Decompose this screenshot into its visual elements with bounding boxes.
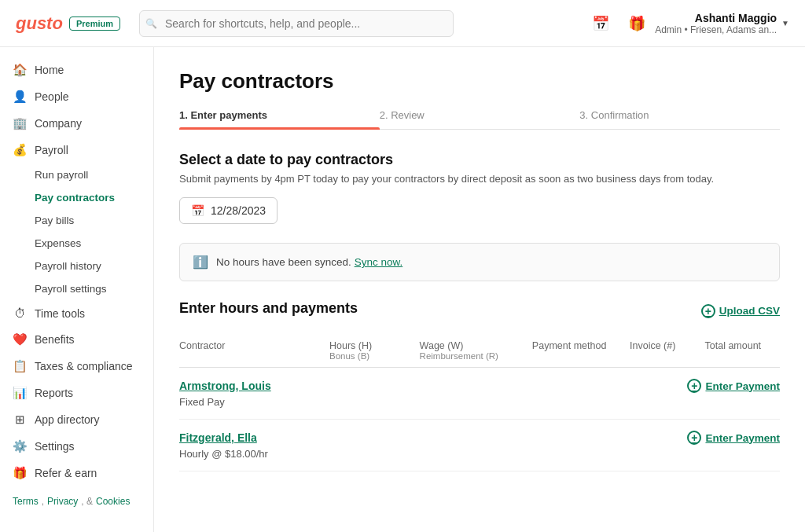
col-wage: Wage (W) — [420, 340, 532, 351]
sidebar-item-home[interactable]: 🏠 Home — [0, 57, 153, 83]
calendar-icon[interactable]: 📅 — [589, 12, 612, 35]
sidebar-item-settings[interactable]: ⚙️ Settings — [0, 433, 153, 460]
sidebar-item-reports[interactable]: 📊 Reports — [0, 380, 153, 406]
payments-heading: Enter hours and payments — [179, 300, 358, 317]
contractor-name-fitzgerald[interactable]: Fitzgerald, Ella — [179, 431, 257, 444]
select-date-heading: Select a date to pay contractors — [179, 152, 780, 168]
table-row: Fitzgerald, Ella + Enter Payment Hourly … — [179, 420, 780, 471]
sidebar-item-company[interactable]: 🏢 Company — [0, 110, 153, 137]
sidebar-item-taxes-compliance[interactable]: 📋 Taxes & compliance — [0, 353, 153, 380]
sidebar-item-run-payroll[interactable]: Run payroll — [0, 163, 153, 186]
upload-csv-plus-icon: + — [701, 304, 715, 318]
footer-links: Terms, Privacy , & Cookies — [0, 486, 153, 516]
sidebar: 🏠 Home 👤 People 🏢 Company 💰 Payroll Run … — [0, 47, 154, 532]
col-reimbursement: Reimbursement (R) — [420, 351, 532, 361]
sidebar-item-people[interactable]: 👤 People — [0, 83, 153, 110]
contractor-type-armstrong: Fixed Pay — [179, 396, 780, 408]
page-title: Pay contractors — [179, 69, 780, 94]
sidebar-item-benefits-label: Benefits — [35, 333, 75, 346]
sidebar-item-reports-label: Reports — [35, 387, 73, 399]
stepper: 1. Enter payments 2. Review 3. Confirmat… — [179, 109, 780, 130]
company-icon: 🏢 — [13, 116, 27, 130]
sidebar-item-pay-bills[interactable]: Pay bills — [0, 209, 153, 232]
sidebar-item-expenses[interactable]: Expenses — [0, 232, 153, 255]
payments-heading-row: Enter hours and payments + Upload CSV — [179, 300, 780, 321]
date-value: 12/28/2023 — [211, 204, 266, 217]
sidebar-item-payroll-label: Payroll — [35, 144, 68, 156]
pay-contractors-label: Pay contractors — [35, 192, 115, 204]
gift-icon[interactable]: 🎁 — [625, 12, 649, 35]
user-area[interactable]: Ashanti Maggio Admin • Friesen, Adams an… — [655, 12, 789, 35]
pay-bills-label: Pay bills — [35, 215, 74, 226]
col-hours: Hours (H) — [329, 340, 420, 351]
date-picker-button[interactable]: 📅 12/28/2023 — [179, 197, 278, 224]
sidebar-item-time-tools-label: Time tools — [35, 307, 85, 320]
select-date-subtext: Submit payments by 4pm PT today to pay y… — [179, 173, 780, 185]
settings-icon: ⚙️ — [13, 439, 27, 453]
terms-link[interactable]: Terms — [13, 496, 39, 507]
enter-payment-plus-icon-2: + — [687, 431, 701, 445]
payroll-settings-label: Payroll settings — [35, 283, 107, 295]
sidebar-item-people-label: People — [35, 90, 69, 103]
search-input[interactable] — [139, 10, 454, 37]
payroll-icon: 💰 — [13, 143, 27, 157]
main-content: Pay contractors 1. Enter payments 2. Rev… — [154, 47, 805, 532]
sidebar-item-time-tools[interactable]: ⏱ Time tools — [0, 300, 153, 326]
sidebar-item-payroll[interactable]: 💰 Payroll — [0, 137, 153, 163]
table-row: Armstrong, Louis + Enter Payment Fixed P… — [179, 368, 780, 420]
alert-message: No hours have been synced. Sync now. — [216, 256, 402, 268]
taxes-icon: 📋 — [13, 359, 27, 373]
sidebar-item-payroll-history[interactable]: Payroll history — [0, 255, 153, 277]
enter-payment-button-armstrong[interactable]: + Enter Payment — [687, 379, 780, 393]
sidebar-item-pay-contractors[interactable]: Pay contractors — [0, 186, 153, 209]
sidebar-item-settings-label: Settings — [35, 440, 75, 453]
expenses-label: Expenses — [35, 237, 81, 249]
col-bonus: Bonus (B) — [329, 351, 420, 361]
table-header: Contractor Hours (H) Bonus (B) Wage (W) … — [179, 334, 780, 368]
sidebar-item-taxes-label: Taxes & compliance — [35, 360, 133, 372]
sidebar-item-app-directory-label: App directory — [35, 413, 99, 426]
step-2: 2. Review — [380, 109, 580, 129]
top-nav: gusto Premium 📅 🎁 Ashanti Maggio Admin •… — [0, 0, 805, 47]
home-icon: 🏠 — [13, 63, 27, 77]
sidebar-item-payroll-settings[interactable]: Payroll settings — [0, 277, 153, 300]
cookies-link[interactable]: Cookies — [96, 496, 130, 507]
col-contractor: Contractor — [179, 340, 329, 351]
sidebar-item-refer-earn[interactable]: 🎁 Refer & earn — [0, 460, 153, 486]
user-name: Ashanti Maggio — [655, 12, 777, 24]
enter-payment-button-fitzgerald[interactable]: + Enter Payment — [687, 431, 780, 445]
col-invoice: Invoice (#) — [630, 340, 705, 351]
search-bar — [139, 10, 454, 37]
reports-icon: 📊 — [13, 386, 27, 400]
sidebar-item-app-directory[interactable]: ⊞ App directory — [0, 406, 153, 433]
col-payment-method: Payment method — [532, 340, 630, 351]
step-3: 3. Confirmation — [579, 109, 780, 129]
logo: gusto — [16, 13, 63, 34]
sidebar-item-company-label: Company — [35, 117, 82, 130]
sync-now-link[interactable]: Sync now. — [355, 256, 403, 268]
privacy-link[interactable]: Privacy — [47, 496, 78, 507]
upload-csv-button[interactable]: + Upload CSV — [701, 304, 780, 318]
sidebar-item-benefits[interactable]: ❤️ Benefits — [0, 326, 153, 353]
alert-banner: ℹ️ No hours have been synced. Sync now. — [179, 243, 780, 281]
contractor-row-top: Fitzgerald, Ella + Enter Payment — [179, 431, 780, 445]
sidebar-item-home-label: Home — [35, 64, 64, 76]
sidebar-item-refer-earn-label: Refer & earn — [35, 467, 97, 479]
payroll-history-label: Payroll history — [35, 260, 101, 272]
calendar-icon: 📅 — [191, 204, 204, 217]
contractor-name-armstrong[interactable]: Armstrong, Louis — [179, 380, 271, 392]
info-icon: ℹ️ — [193, 255, 208, 270]
time-tools-icon: ⏱ — [13, 306, 27, 320]
nav-icons: 📅 🎁 — [589, 12, 649, 35]
step-1: 1. Enter payments — [179, 109, 380, 129]
premium-badge: Premium — [69, 17, 120, 31]
refer-earn-icon: 🎁 — [13, 466, 27, 480]
contractor-row-top: Armstrong, Louis + Enter Payment — [179, 379, 780, 393]
benefits-icon: ❤️ — [13, 332, 27, 347]
run-payroll-label: Run payroll — [35, 169, 88, 181]
user-role: Admin • Friesen, Adams an... — [655, 24, 777, 35]
people-icon: 👤 — [13, 90, 27, 104]
logo-area: gusto Premium — [16, 13, 120, 34]
user-menu-chevron-down-icon: ▼ — [781, 19, 789, 28]
enter-payment-plus-icon: + — [687, 379, 701, 393]
